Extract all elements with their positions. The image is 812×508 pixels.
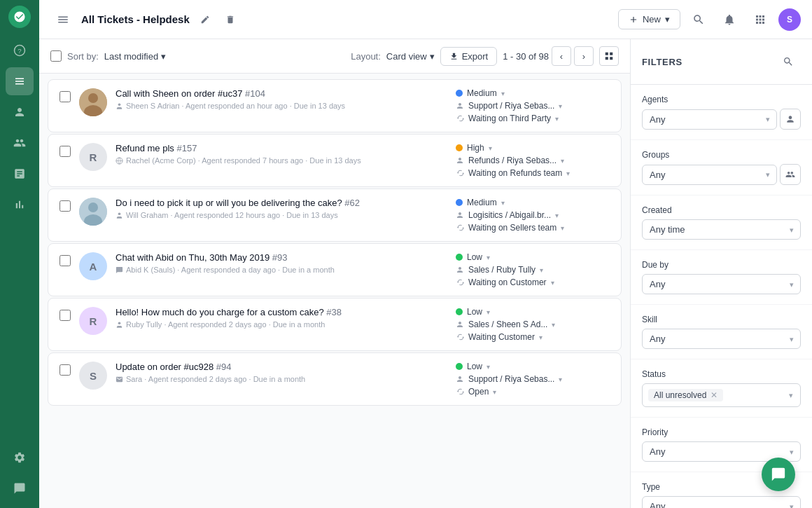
new-button[interactable]: New ▾ <box>618 9 680 29</box>
apps-button[interactable] <box>748 7 773 32</box>
filter-groups-icon[interactable] <box>780 164 801 185</box>
ticket-priority-row[interactable]: Medium ▾ <box>456 88 505 98</box>
filter-type-select[interactable]: Any <box>642 496 801 508</box>
filter-created-select[interactable]: Any time <box>642 219 801 240</box>
status-chevron: ▾ <box>555 115 559 123</box>
ticket-team-row[interactable]: Support / Riya Sebas... ▾ <box>456 101 562 111</box>
sidebar: ? <box>0 0 39 508</box>
ticket-info: Hello! How much do you charge for a cust… <box>115 307 447 329</box>
fab-button[interactable] <box>762 458 795 491</box>
ticket-card[interactable]: R Refund me pls #157 Rachel (Acme Corp) … <box>48 134 622 187</box>
ticket-meta: Sara · Agent responded 2 days ago · Due … <box>115 375 447 383</box>
ticket-info: Do i need to pick it up or will you be d… <box>115 198 447 219</box>
ticket-status-row[interactable]: Open ▾ <box>456 387 496 397</box>
delete-button[interactable] <box>220 10 240 29</box>
ticket-checkbox[interactable] <box>59 200 71 212</box>
ticket-status-row[interactable]: Waiting on Customer ▾ <box>456 277 554 287</box>
notifications-button[interactable] <box>717 7 742 32</box>
status-tag-remove[interactable]: ✕ <box>710 390 718 400</box>
export-button[interactable]: Export <box>440 47 498 66</box>
ticket-card[interactable]: R Hello! How much do you charge for a cu… <box>48 298 622 351</box>
sidebar-item-analytics[interactable] <box>6 191 34 219</box>
ticket-card[interactable]: S Update on order #uc928 #94 Sara · Agen… <box>48 352 622 406</box>
team-icon <box>456 211 464 219</box>
team-label: Support / Riya Sebas... <box>468 374 554 384</box>
ticket-meta: Rachel (Acme Corp) · Agent responded 7 h… <box>115 156 447 165</box>
filter-priority-label: Priority <box>642 427 801 437</box>
filter-agents-icon[interactable] <box>780 109 801 130</box>
ticket-team-row[interactable]: Support / Riya Sebas... ▾ <box>456 374 562 384</box>
ticket-status-row[interactable]: Waiting on Third Party ▾ <box>456 114 559 123</box>
ticket-team-row[interactable]: Sales / Ruby Tully ▾ <box>456 265 543 275</box>
ticket-team-row[interactable]: Sales / Sheen S Ad... ▾ <box>456 320 555 329</box>
filter-skill-select[interactable]: Any <box>642 329 801 349</box>
filter-agents-select[interactable]: Any <box>642 109 777 130</box>
ticket-tags: Low ▾ Support / Riya Sebas... ▾ Open ▾ <box>456 362 610 397</box>
filter-status: Status All unresolved ✕ <box>631 359 812 418</box>
sidebar-item-settings[interactable] <box>6 444 34 472</box>
layout-label: Layout: <box>351 51 381 62</box>
ticket-team-row[interactable]: Refunds / Riya Sebas... ▾ <box>456 156 564 165</box>
svg-point-8 <box>88 202 98 212</box>
status-chevron: ▾ <box>551 279 554 287</box>
edit-title-button[interactable] <box>195 10 215 29</box>
ticket-card[interactable]: Call with Sheen on order #uc37 #104 Shee… <box>48 79 622 132</box>
status-icon <box>456 169 464 177</box>
ticket-priority-row[interactable]: Low ▾ <box>456 252 490 262</box>
ticket-checkbox[interactable] <box>59 146 71 157</box>
filters-search-button[interactable] <box>776 49 801 74</box>
sidebar-item-chat[interactable] <box>6 474 34 502</box>
ticket-team-row[interactable]: Logisitics / Abigail.br... ▾ <box>456 210 559 220</box>
ticket-checkbox[interactable] <box>59 310 71 321</box>
ticket-priority-row[interactable]: Low ▾ <box>456 362 490 371</box>
search-button[interactable] <box>686 7 711 32</box>
status-icon <box>456 387 464 396</box>
svg-point-5 <box>118 103 121 106</box>
menu-toggle-button[interactable] <box>50 7 76 32</box>
filter-created: Created Any time <box>631 195 812 250</box>
ticket-num: #38 <box>326 307 342 317</box>
team-label: Sales / Ruby Tully <box>468 265 536 275</box>
team-label: Refunds / Riya Sebas... <box>468 156 556 165</box>
status-label: Open <box>468 387 489 397</box>
tickets-panel: Sort by: Last modified ▾ Layout: Card vi… <box>39 39 630 508</box>
next-page-button[interactable]: › <box>574 46 594 66</box>
ticket-status-row[interactable]: Waiting on Sellers team ▾ <box>456 223 564 233</box>
sidebar-item-help[interactable]: ? <box>6 36 34 64</box>
filter-skill: Skill Any <box>631 305 812 359</box>
grid-view-button[interactable] <box>599 46 619 66</box>
select-all-checkbox[interactable] <box>50 50 62 62</box>
ticket-checkbox[interactable] <box>59 255 71 266</box>
ticket-meta: Will Graham · Agent responded 12 hours a… <box>115 211 447 219</box>
filter-due-by: Due by Any <box>631 250 812 305</box>
ticket-card[interactable]: A Chat with Abid on Thu, 30th May 2019 #… <box>48 243 622 296</box>
filter-groups-select[interactable]: Any <box>642 165 777 185</box>
ticket-priority-row[interactable]: Low ▾ <box>456 307 490 317</box>
sidebar-item-tickets[interactable] <box>6 67 34 95</box>
logo[interactable] <box>8 6 31 28</box>
ticket-num: #157 <box>176 143 197 153</box>
ticket-card[interactable]: Do i need to pick it up or will you be d… <box>48 188 622 242</box>
priority-chevron: ▾ <box>486 254 490 261</box>
sidebar-item-reports[interactable] <box>6 160 34 188</box>
team-label: Sales / Sheen S Ad... <box>468 320 547 329</box>
sort-button[interactable]: Last modified ▾ <box>104 51 166 62</box>
ticket-status-row[interactable]: Waiting on Refunds team ▾ <box>456 168 570 178</box>
page-title: All Tickets - Helpdesk <box>81 13 190 25</box>
sidebar-item-groups[interactable] <box>6 129 34 157</box>
svg-point-11 <box>118 322 121 324</box>
ticket-meta: Abid K (Sauls) · Agent responded a day a… <box>115 266 447 274</box>
ticket-checkbox[interactable] <box>59 364 71 376</box>
ticket-checkbox[interactable] <box>59 91 71 102</box>
status-label: Waiting on Customer <box>468 277 547 287</box>
sidebar-item-contacts[interactable] <box>6 98 34 126</box>
filter-due-by-select[interactable]: Any <box>642 274 801 294</box>
ticket-priority-row[interactable]: High ▾ <box>456 143 492 153</box>
filter-status-input[interactable]: All unresolved ✕ <box>642 383 801 407</box>
ticket-status-row[interactable]: Waiting Customer ▾ <box>456 332 542 342</box>
user-avatar[interactable]: S <box>778 8 801 31</box>
prev-page-button[interactable]: ‹ <box>552 46 571 66</box>
ticket-priority-row[interactable]: Medium ▾ <box>456 198 505 207</box>
team-icon <box>456 375 464 383</box>
layout-button[interactable]: Card view ▾ <box>386 51 435 62</box>
